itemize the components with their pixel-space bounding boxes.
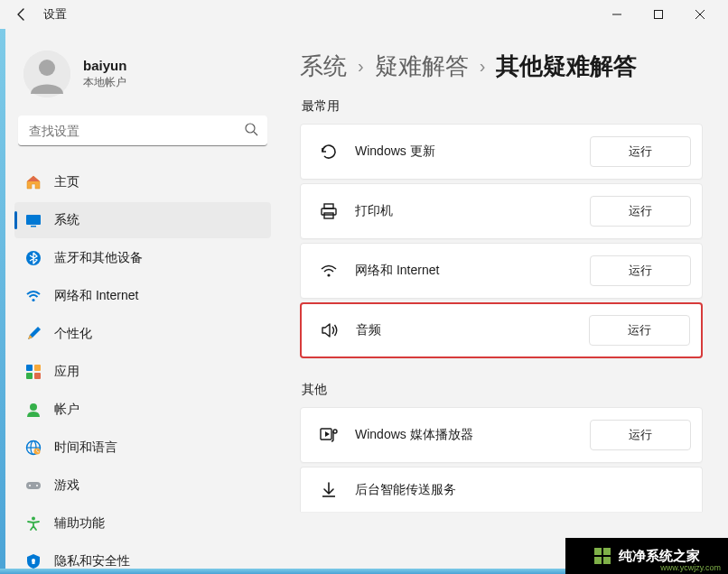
- account-icon: [25, 402, 42, 418]
- card-label: 后台智能传送服务: [355, 482, 691, 498]
- card-label: 音频: [356, 322, 589, 338]
- content-area: baiyun 本地帐户 主页 系统: [0, 29, 728, 574]
- svg-rect-1: [655, 11, 663, 19]
- run-button[interactable]: 运行: [590, 136, 691, 167]
- run-button[interactable]: 运行: [590, 420, 691, 450]
- close-button[interactable]: [679, 0, 721, 29]
- settings-window: 设置 baiyun 本地帐户: [0, 0, 728, 574]
- refresh-icon: [319, 142, 339, 162]
- svg-rect-34: [594, 557, 602, 564]
- sidebar-item-home[interactable]: 主页: [14, 164, 271, 200]
- svg-rect-12: [26, 373, 33, 379]
- gaming-icon: [25, 477, 42, 494]
- avatar: [23, 51, 70, 97]
- avatar-icon: [23, 51, 70, 97]
- svg-rect-33: [603, 548, 611, 555]
- window-title: 设置: [43, 6, 67, 23]
- watermark-url: www.ycwjzy.com: [660, 563, 721, 572]
- run-button[interactable]: 运行: [590, 196, 691, 227]
- nav-label: 时间和语言: [54, 440, 117, 456]
- svg-rect-13: [34, 373, 41, 379]
- brush-icon: [25, 326, 42, 342]
- svg-point-14: [30, 403, 37, 411]
- chevron-right-icon: ›: [358, 56, 364, 77]
- svg-rect-32: [594, 548, 602, 555]
- crumb-troubleshoot[interactable]: 疑难解答: [375, 51, 469, 82]
- run-button[interactable]: 运行: [590, 255, 691, 286]
- sidebar-item-personalization[interactable]: 个性化: [14, 316, 271, 352]
- chevron-right-icon: ›: [480, 56, 486, 77]
- svg-rect-24: [33, 561, 35, 564]
- minimize-icon: [612, 10, 621, 19]
- media-player-icon: [319, 425, 339, 445]
- globe-icon: [25, 440, 42, 456]
- search-input[interactable]: [18, 116, 267, 146]
- svg-point-4: [246, 124, 255, 133]
- svg-point-28: [327, 273, 330, 276]
- sidebar-item-system[interactable]: 系统: [14, 202, 271, 238]
- nav-label: 辅助功能: [54, 515, 105, 532]
- nav-label: 隐私和安全性: [54, 553, 130, 569]
- svg-rect-19: [26, 482, 41, 489]
- troubleshooter-media-player[interactable]: Windows 媒体播放器 运行: [300, 407, 703, 463]
- troubleshooter-audio[interactable]: 音频 运行: [300, 302, 703, 358]
- sidebar-item-accounts[interactable]: 帐户: [14, 392, 271, 428]
- system-icon: [25, 212, 42, 228]
- search-icon: [244, 122, 258, 140]
- back-button[interactable]: [7, 0, 36, 29]
- accessibility-icon: [25, 515, 42, 532]
- watermark: 纯净系统之家 www.ycwjzy.com: [565, 538, 728, 574]
- troubleshooter-windows-update[interactable]: Windows 更新 运行: [300, 124, 703, 180]
- troubleshooter-network[interactable]: 网络和 Internet 运行: [300, 243, 703, 299]
- crumb-system[interactable]: 系统: [300, 51, 347, 82]
- sidebar-item-accessibility[interactable]: 辅助功能: [14, 505, 271, 542]
- audio-icon: [320, 320, 340, 340]
- troubleshooter-bits[interactable]: 后台智能传送服务: [300, 467, 703, 512]
- maximize-icon: [654, 10, 663, 19]
- sidebar: baiyun 本地帐户 主页 系统: [5, 29, 280, 574]
- sidebar-item-apps[interactable]: 应用: [14, 354, 271, 390]
- shield-icon: [25, 553, 42, 569]
- card-label: Windows 媒体播放器: [355, 427, 590, 443]
- watermark-logo-icon: [593, 547, 611, 565]
- svg-point-20: [29, 485, 31, 486]
- troubleshooter-printer[interactable]: 打印机 运行: [300, 183, 703, 239]
- svg-rect-25: [324, 204, 333, 208]
- bluetooth-icon: [25, 250, 42, 266]
- sidebar-item-gaming[interactable]: 游戏: [14, 468, 271, 504]
- watermark-text: 纯净系统之家: [619, 548, 700, 565]
- section-title-frequent: 最常用: [302, 98, 703, 115]
- nav-label: 蓝牙和其他设备: [54, 250, 143, 266]
- sidebar-item-network[interactable]: 网络和 Internet: [14, 278, 271, 314]
- nav-label: 游戏: [54, 477, 79, 494]
- minimize-button[interactable]: [596, 0, 638, 29]
- svg-rect-27: [324, 213, 333, 218]
- breadcrumb: 系统 › 疑难解答 › 其他疑难解答: [300, 51, 703, 82]
- svg-point-9: [32, 299, 34, 301]
- card-label: Windows 更新: [355, 144, 590, 160]
- user-block[interactable]: baiyun 本地帐户: [14, 38, 271, 116]
- card-label: 网络和 Internet: [355, 263, 590, 279]
- search-box: [18, 116, 267, 146]
- sidebar-item-time-language[interactable]: 时间和语言: [14, 430, 271, 466]
- svg-rect-11: [34, 365, 41, 371]
- maximize-button[interactable]: [638, 0, 679, 29]
- nav-label: 应用: [54, 364, 79, 380]
- nav-label: 网络和 Internet: [54, 288, 138, 304]
- svg-point-30: [333, 430, 337, 433]
- svg-point-21: [36, 485, 38, 486]
- svg-line-5: [254, 132, 257, 135]
- apps-icon: [25, 364, 42, 380]
- svg-rect-6: [26, 215, 41, 225]
- close-icon: [695, 10, 705, 19]
- sidebar-item-bluetooth[interactable]: 蓝牙和其他设备: [14, 240, 271, 276]
- run-button[interactable]: 运行: [589, 315, 690, 346]
- download-icon: [319, 480, 339, 500]
- user-name: baiyun: [83, 58, 126, 73]
- svg-point-3: [39, 60, 55, 76]
- svg-rect-35: [603, 557, 611, 564]
- window-controls: [596, 0, 721, 29]
- crumb-current: 其他疑难解答: [496, 51, 637, 82]
- nav-list: 主页 系统 蓝牙和其他设备 网络和 Internet 个性化: [14, 164, 271, 574]
- card-label: 打印机: [355, 203, 590, 219]
